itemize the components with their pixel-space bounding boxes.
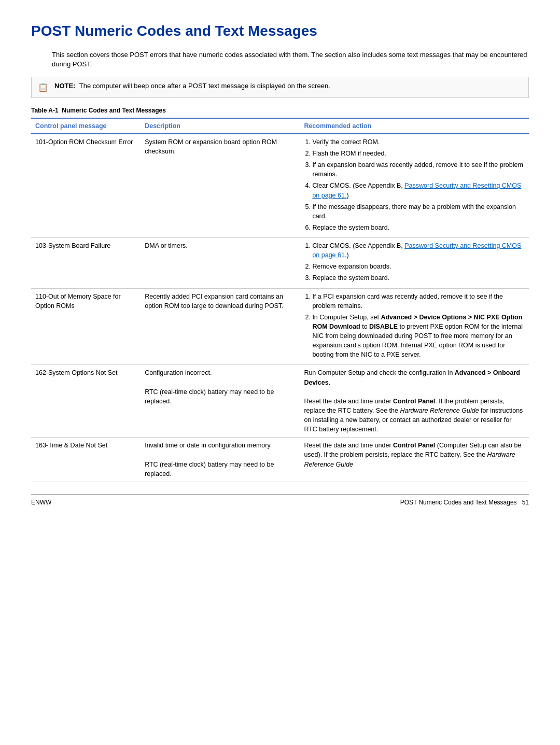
row-description: Invalid time or date in configuration me…: [141, 438, 300, 482]
note-label: NOTE:: [54, 82, 75, 90]
row-action: Clear CMOS. (See Appendix B, Password Se…: [300, 238, 529, 289]
intro-text: This section covers those POST errors th…: [52, 50, 529, 70]
row-control: 110-Out of Memory Space for Option ROMs: [31, 288, 141, 365]
row-control: 163-Time & Date Not Set: [31, 438, 141, 482]
col-header-control: Control panel message: [31, 118, 141, 134]
footer-center: POST Numeric Codes and Text Messages 51: [400, 498, 529, 507]
row-control: 101-Option ROM Checksum Error: [31, 134, 141, 238]
list-item: If a PCI expansion card was recently add…: [312, 292, 525, 311]
note-icon: 📋: [38, 81, 48, 93]
row-action: Verify the correct ROM. Flash the ROM if…: [300, 134, 529, 238]
note-box: 📋 NOTE: The computer will beep once afte…: [31, 77, 529, 98]
list-item: If the message disappears, there may be …: [312, 202, 525, 221]
list-item: Clear CMOS. (See Appendix B, Password Se…: [312, 241, 525, 260]
table-row: 162-System Options Not Set Configuration…: [31, 365, 529, 438]
col-header-action: Recommended action: [300, 118, 529, 134]
table-row: 101-Option ROM Checksum Error System ROM…: [31, 134, 529, 238]
row-description: System ROM or expansion board option ROM…: [141, 134, 300, 238]
row-action: Reset the date and time under Control Pa…: [300, 438, 529, 482]
link-password-security-1[interactable]: Password Security and Resetting CMOS on …: [312, 182, 521, 199]
table-row: 103-System Board Failure DMA or timers. …: [31, 238, 529, 289]
page-footer: ENWW POST Numeric Codes and Text Message…: [31, 495, 529, 507]
col-header-description: Description: [141, 118, 300, 134]
row-action: If a PCI expansion card was recently add…: [300, 288, 529, 365]
row-description: Recently added PCI expansion card contai…: [141, 288, 300, 365]
row-description: Configuration incorrect. RTC (real-time …: [141, 365, 300, 438]
link-password-security-2[interactable]: Password Security and Resetting CMOS on …: [312, 242, 521, 259]
page-title: POST Numeric Codes and Text Messages: [31, 21, 529, 42]
table-row: 163-Time & Date Not Set Invalid time or …: [31, 438, 529, 482]
note-text: The computer will beep once after a POST…: [79, 82, 330, 90]
footer-left: ENWW: [31, 498, 51, 507]
list-item: Flash the ROM if needed.: [312, 149, 525, 158]
list-item: If an expansion board was recently added…: [312, 160, 525, 179]
row-control: 103-System Board Failure: [31, 238, 141, 289]
main-table: Control panel message Description Recomm…: [31, 118, 529, 482]
list-item: Replace the system board.: [312, 223, 525, 232]
list-item: Replace the system board.: [312, 273, 525, 283]
table-title: Table A-1 Numeric Codes and Text Message…: [31, 106, 529, 115]
list-item: Remove expansion boards.: [312, 262, 525, 271]
row-action: Run Computer Setup and check the configu…: [300, 365, 529, 438]
table-row: 110-Out of Memory Space for Option ROMs …: [31, 288, 529, 365]
list-item: Clear CMOS. (See Appendix B, Password Se…: [312, 181, 525, 200]
list-item: In Computer Setup, set Advanced > Device…: [312, 313, 525, 360]
row-description: DMA or timers.: [141, 238, 300, 289]
list-item: Verify the correct ROM.: [312, 137, 525, 147]
row-control: 162-System Options Not Set: [31, 365, 141, 438]
